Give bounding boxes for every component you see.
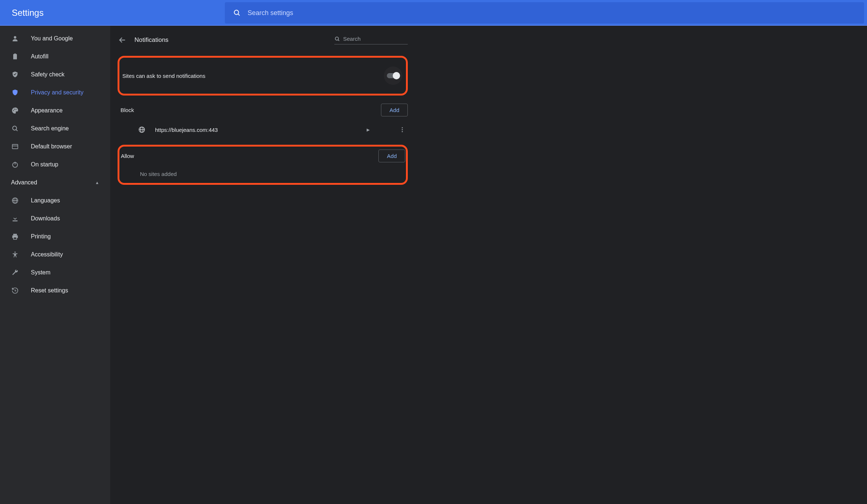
sidebar-item-label: Accessibility	[31, 251, 63, 258]
sidebar-item-label: Appearance	[31, 107, 62, 114]
svg-line-1	[238, 14, 240, 15]
sidebar-item-label: Safety check	[31, 71, 65, 78]
svg-point-28	[402, 127, 403, 128]
globe-icon	[11, 197, 19, 205]
sidebar-item-accessibility[interactable]: Accessibility	[0, 245, 110, 263]
sidebar-item-search-engine[interactable]: Search engine	[0, 119, 110, 137]
back-button[interactable]	[118, 35, 127, 45]
sidebar-item-reset-settings[interactable]: Reset settings	[0, 281, 110, 299]
person-icon	[11, 35, 19, 43]
sidebar-item-languages[interactable]: Languages	[0, 191, 110, 209]
sidebar-item-label: Autofill	[31, 53, 48, 60]
search-icon	[233, 9, 241, 17]
sidebar-item-label: Printing	[31, 233, 51, 240]
add-allow-button[interactable]: Add	[378, 150, 405, 162]
svg-rect-3	[13, 54, 17, 59]
svg-rect-10	[12, 144, 18, 149]
block-section-header: Block Add	[118, 101, 408, 119]
sidebar-item-autofill[interactable]: Autofill	[0, 47, 110, 65]
shield-check-icon	[11, 71, 19, 79]
svg-rect-18	[13, 234, 17, 235]
svg-rect-20	[14, 237, 17, 239]
svg-point-5	[13, 110, 14, 111]
browser-icon	[11, 143, 19, 151]
sidebar-section-advanced[interactable]: Advanced ▲	[0, 173, 110, 191]
sidebar-item-label: Languages	[31, 197, 60, 204]
sidebar-item-safety-check[interactable]: Safety check	[0, 65, 110, 83]
svg-point-8	[12, 126, 17, 130]
sidebar-item-system[interactable]: System	[0, 263, 110, 281]
sidebar-item-you-and-google[interactable]: You and Google	[0, 29, 110, 47]
topbar: Settings	[0, 0, 867, 26]
allow-empty-text: No sites added	[119, 165, 405, 183]
panel-search-input[interactable]	[343, 36, 413, 42]
blocked-site-url: https://bluejeans.com:443	[155, 127, 367, 133]
svg-line-24	[338, 40, 339, 41]
svg-point-21	[14, 251, 15, 252]
sidebar-item-label: You and Google	[31, 35, 73, 42]
sidebar-section-label: Advanced	[11, 179, 37, 186]
svg-rect-17	[12, 220, 17, 222]
highlight-sites-ask: Sites can ask to send notifications	[118, 56, 408, 96]
accessibility-icon	[11, 251, 19, 259]
chevron-up-icon: ▲	[95, 180, 99, 185]
restore-icon	[11, 287, 19, 295]
sidebar-item-default-browser[interactable]: Default browser	[0, 137, 110, 155]
clipboard-icon	[11, 53, 19, 61]
sidebar-item-appearance[interactable]: Appearance	[0, 101, 110, 119]
block-label: Block	[120, 107, 134, 113]
sidebar-item-label: Default browser	[31, 143, 72, 150]
panel-header: Notifications	[118, 31, 408, 49]
wrench-icon	[11, 269, 19, 277]
more-vert-icon[interactable]	[399, 126, 408, 133]
palette-icon	[11, 107, 19, 115]
sidebar-item-label: Downloads	[31, 215, 60, 222]
svg-point-6	[14, 109, 15, 109]
sidebar-item-on-startup[interactable]: On startup	[0, 155, 110, 173]
print-icon	[11, 233, 19, 241]
sites-can-ask-label: Sites can ask to send notifications	[122, 73, 205, 79]
svg-point-29	[402, 129, 403, 130]
main-panel: Notifications Sites can ask to send noti…	[110, 26, 867, 504]
chevron-right-icon[interactable]: ▶	[367, 127, 370, 132]
sidebar-item-label: Reset settings	[31, 287, 68, 294]
sidebar-item-label: Search engine	[31, 125, 69, 132]
svg-point-0	[234, 10, 239, 15]
panel-title: Notifications	[134, 36, 169, 44]
global-search[interactable]	[225, 2, 864, 24]
sites-can-ask-toggle[interactable]	[384, 66, 402, 85]
sites-can-ask-row: Sites can ask to send notifications	[119, 58, 406, 94]
add-block-button[interactable]: Add	[381, 104, 408, 116]
download-icon	[11, 215, 19, 223]
allow-section-header: Allow Add	[119, 147, 405, 165]
panel-search[interactable]	[334, 36, 408, 44]
svg-point-7	[15, 109, 16, 109]
svg-point-30	[402, 131, 403, 132]
sidebar-item-downloads[interactable]: Downloads	[0, 209, 110, 227]
global-search-input[interactable]	[248, 9, 856, 17]
sidebar-item-printing[interactable]: Printing	[0, 227, 110, 245]
sidebar-item-label: System	[31, 269, 50, 276]
svg-point-2	[14, 36, 17, 39]
search-icon	[11, 125, 19, 133]
svg-line-9	[16, 129, 18, 131]
search-icon	[334, 36, 340, 42]
svg-rect-4	[14, 53, 16, 54]
sidebar-item-label: Privacy and security	[31, 89, 83, 96]
shield-icon	[11, 89, 19, 97]
sidebar-item-label: On startup	[31, 161, 58, 168]
svg-point-23	[335, 37, 339, 40]
allow-label: Allow	[121, 153, 134, 159]
globe-icon	[138, 126, 145, 133]
highlight-allow-section: Allow Add No sites added	[118, 145, 408, 185]
blocked-site-row[interactable]: https://bluejeans.com:443 ▶	[118, 119, 408, 140]
app-title: Settings	[0, 8, 225, 18]
sidebar: You and Google Autofill Safety check Pri…	[0, 26, 110, 504]
sidebar-item-privacy-security[interactable]: Privacy and security	[0, 83, 110, 101]
power-icon	[11, 161, 19, 169]
